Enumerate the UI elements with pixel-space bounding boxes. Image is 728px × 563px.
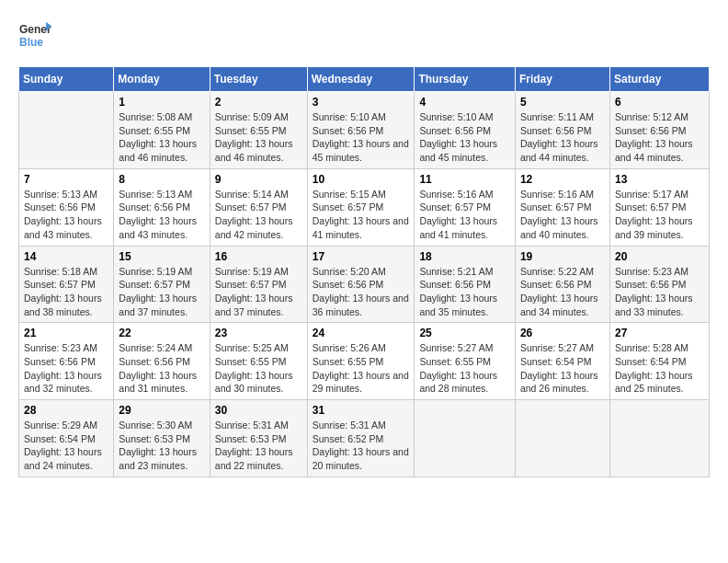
col-header-monday: Monday <box>114 67 210 92</box>
day-number: 22 <box>119 327 204 339</box>
col-header-sunday: Sunday <box>19 67 114 92</box>
day-number: 7 <box>24 173 108 186</box>
day-cell: 16Sunrise: 5:19 AMSunset: 6:57 PMDayligh… <box>210 246 307 323</box>
day-info: Sunrise: 5:13 AMSunset: 6:56 PMDaylight:… <box>119 188 204 242</box>
week-row-3: 14Sunrise: 5:18 AMSunset: 6:57 PMDayligh… <box>19 246 710 323</box>
day-cell <box>19 92 114 169</box>
day-number: 18 <box>419 250 510 263</box>
day-number: 12 <box>520 173 605 186</box>
day-number: 29 <box>119 404 204 417</box>
day-cell: 21Sunrise: 5:23 AMSunset: 6:56 PMDayligh… <box>19 323 114 400</box>
week-row-1: 1Sunrise: 5:08 AMSunset: 6:55 PMDaylight… <box>19 92 710 169</box>
day-number: 15 <box>119 250 204 263</box>
logo: General Blue <box>18 18 51 52</box>
logo-container: General Blue <box>18 18 51 52</box>
day-cell: 20Sunrise: 5:23 AMSunset: 6:56 PMDayligh… <box>609 246 709 323</box>
day-number: 23 <box>215 327 302 339</box>
day-number: 2 <box>215 96 302 109</box>
day-number: 3 <box>313 96 410 109</box>
day-cell: 28Sunrise: 5:29 AMSunset: 6:54 PMDayligh… <box>19 400 114 477</box>
day-number: 31 <box>313 404 410 417</box>
day-number: 9 <box>215 173 302 186</box>
day-info: Sunrise: 5:08 AMSunset: 6:55 PMDaylight:… <box>119 110 204 165</box>
day-info: Sunrise: 5:21 AMSunset: 6:56 PMDaylight:… <box>419 265 510 319</box>
day-info: Sunrise: 5:24 AMSunset: 6:56 PMDaylight:… <box>119 341 204 396</box>
col-header-wednesday: Wednesday <box>307 67 415 92</box>
day-cell: 12Sunrise: 5:16 AMSunset: 6:57 PMDayligh… <box>515 168 609 246</box>
day-cell: 18Sunrise: 5:21 AMSunset: 6:56 PMDayligh… <box>415 246 516 323</box>
col-header-tuesday: Tuesday <box>210 67 307 92</box>
day-cell <box>415 400 516 477</box>
day-info: Sunrise: 5:30 AMSunset: 6:53 PMDaylight:… <box>119 419 204 473</box>
day-info: Sunrise: 5:12 AMSunset: 6:56 PMDaylight:… <box>615 110 704 165</box>
day-info: Sunrise: 5:20 AMSunset: 6:56 PMDaylight:… <box>313 265 410 319</box>
day-cell: 3Sunrise: 5:10 AMSunset: 6:56 PMDaylight… <box>307 92 415 169</box>
day-number: 11 <box>419 173 510 186</box>
day-cell: 22Sunrise: 5:24 AMSunset: 6:56 PMDayligh… <box>114 323 210 400</box>
day-info: Sunrise: 5:29 AMSunset: 6:54 PMDaylight:… <box>24 419 108 473</box>
day-info: Sunrise: 5:11 AMSunset: 6:56 PMDaylight:… <box>520 110 605 165</box>
day-number: 8 <box>119 173 204 186</box>
day-number: 10 <box>313 173 410 186</box>
day-info: Sunrise: 5:13 AMSunset: 6:56 PMDaylight:… <box>24 188 108 242</box>
day-cell: 27Sunrise: 5:28 AMSunset: 6:54 PMDayligh… <box>609 323 709 400</box>
day-cell: 17Sunrise: 5:20 AMSunset: 6:56 PMDayligh… <box>307 246 415 323</box>
day-number: 30 <box>215 404 302 417</box>
day-cell: 25Sunrise: 5:27 AMSunset: 6:55 PMDayligh… <box>415 323 516 400</box>
day-info: Sunrise: 5:31 AMSunset: 6:53 PMDaylight:… <box>215 419 302 473</box>
col-header-saturday: Saturday <box>609 67 709 92</box>
day-cell: 1Sunrise: 5:08 AMSunset: 6:55 PMDaylight… <box>114 92 210 169</box>
day-info: Sunrise: 5:28 AMSunset: 6:54 PMDaylight:… <box>615 341 704 396</box>
day-cell: 9Sunrise: 5:14 AMSunset: 6:57 PMDaylight… <box>210 168 307 246</box>
day-number: 6 <box>615 96 704 109</box>
day-number: 1 <box>119 96 204 109</box>
day-cell: 24Sunrise: 5:26 AMSunset: 6:55 PMDayligh… <box>307 323 415 400</box>
day-cell <box>515 400 609 477</box>
day-info: Sunrise: 5:09 AMSunset: 6:55 PMDaylight:… <box>215 110 302 165</box>
col-header-friday: Friday <box>515 67 609 92</box>
day-cell: 5Sunrise: 5:11 AMSunset: 6:56 PMDaylight… <box>515 92 609 169</box>
day-cell: 14Sunrise: 5:18 AMSunset: 6:57 PMDayligh… <box>19 246 114 323</box>
day-cell: 2Sunrise: 5:09 AMSunset: 6:55 PMDaylight… <box>210 92 307 169</box>
svg-text:Blue: Blue <box>19 36 43 49</box>
day-number: 14 <box>24 250 108 263</box>
day-cell <box>609 400 709 477</box>
day-cell: 31Sunrise: 5:31 AMSunset: 6:52 PMDayligh… <box>307 400 415 477</box>
day-info: Sunrise: 5:15 AMSunset: 6:57 PMDaylight:… <box>313 188 410 242</box>
week-row-4: 21Sunrise: 5:23 AMSunset: 6:56 PMDayligh… <box>19 323 710 400</box>
header-row: SundayMondayTuesdayWednesdayThursdayFrid… <box>19 67 710 92</box>
day-info: Sunrise: 5:16 AMSunset: 6:57 PMDaylight:… <box>520 188 605 242</box>
day-number: 17 <box>313 250 410 263</box>
day-cell: 23Sunrise: 5:25 AMSunset: 6:55 PMDayligh… <box>210 323 307 400</box>
day-number: 27 <box>615 327 704 339</box>
col-header-thursday: Thursday <box>415 67 516 92</box>
week-row-2: 7Sunrise: 5:13 AMSunset: 6:56 PMDaylight… <box>19 168 710 246</box>
calendar-table: SundayMondayTuesdayWednesdayThursdayFrid… <box>18 66 710 477</box>
day-info: Sunrise: 5:17 AMSunset: 6:57 PMDaylight:… <box>615 188 704 242</box>
day-info: Sunrise: 5:10 AMSunset: 6:56 PMDaylight:… <box>313 110 410 165</box>
day-info: Sunrise: 5:25 AMSunset: 6:55 PMDaylight:… <box>215 341 302 396</box>
day-number: 21 <box>24 327 108 339</box>
day-info: Sunrise: 5:16 AMSunset: 6:57 PMDaylight:… <box>419 188 510 242</box>
day-cell: 11Sunrise: 5:16 AMSunset: 6:57 PMDayligh… <box>415 168 516 246</box>
day-cell: 4Sunrise: 5:10 AMSunset: 6:56 PMDaylight… <box>415 92 516 169</box>
day-info: Sunrise: 5:14 AMSunset: 6:57 PMDaylight:… <box>215 188 302 242</box>
day-info: Sunrise: 5:10 AMSunset: 6:56 PMDaylight:… <box>419 110 510 165</box>
day-info: Sunrise: 5:27 AMSunset: 6:54 PMDaylight:… <box>520 341 605 396</box>
day-cell: 7Sunrise: 5:13 AMSunset: 6:56 PMDaylight… <box>19 168 114 246</box>
day-cell: 6Sunrise: 5:12 AMSunset: 6:56 PMDaylight… <box>609 92 709 169</box>
day-cell: 30Sunrise: 5:31 AMSunset: 6:53 PMDayligh… <box>210 400 307 477</box>
page-header: General Blue <box>18 18 710 52</box>
day-cell: 8Sunrise: 5:13 AMSunset: 6:56 PMDaylight… <box>114 168 210 246</box>
day-info: Sunrise: 5:23 AMSunset: 6:56 PMDaylight:… <box>615 265 704 319</box>
day-cell: 29Sunrise: 5:30 AMSunset: 6:53 PMDayligh… <box>114 400 210 477</box>
day-info: Sunrise: 5:31 AMSunset: 6:52 PMDaylight:… <box>313 419 410 473</box>
day-number: 16 <box>215 250 302 263</box>
day-info: Sunrise: 5:26 AMSunset: 6:55 PMDaylight:… <box>313 341 410 396</box>
day-number: 5 <box>520 96 605 109</box>
day-number: 4 <box>419 96 510 109</box>
day-cell: 13Sunrise: 5:17 AMSunset: 6:57 PMDayligh… <box>609 168 709 246</box>
day-info: Sunrise: 5:19 AMSunset: 6:57 PMDaylight:… <box>119 265 204 319</box>
week-row-5: 28Sunrise: 5:29 AMSunset: 6:54 PMDayligh… <box>19 400 710 477</box>
day-number: 19 <box>520 250 605 263</box>
